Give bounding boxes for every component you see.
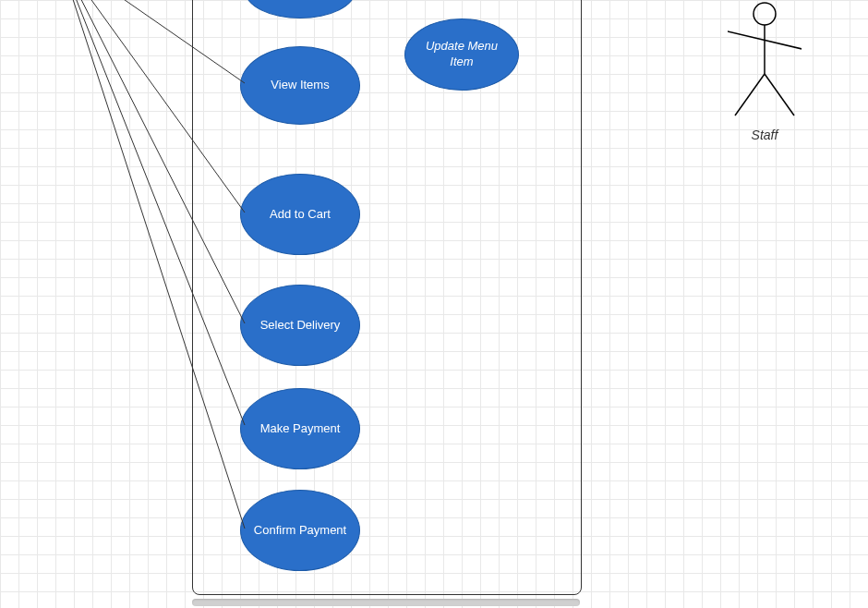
stick-figure-icon (728, 0, 802, 120)
use-case-confirm-payment[interactable]: Confirm Payment (240, 490, 360, 571)
use-case-label: Add to Cart (270, 207, 331, 223)
use-case-label: Update Menu Item (415, 39, 509, 70)
use-case-label: View Items (271, 78, 329, 93)
use-case-label: Make Payment (260, 421, 341, 437)
svg-point-0 (753, 3, 776, 25)
use-case-view-items[interactable]: View Items (240, 46, 360, 125)
use-case-make-payment[interactable]: Make Payment (240, 388, 360, 469)
use-case-label: Select Delivery (260, 318, 341, 334)
use-case-add-to-cart[interactable]: Add to Cart (240, 174, 360, 255)
use-case-label: Confirm Payment (254, 523, 346, 539)
actor-label: Staff (728, 128, 802, 142)
actor-staff[interactable]: Staff (728, 0, 802, 142)
horizontal-scrollbar[interactable] (192, 599, 580, 606)
svg-line-4 (765, 74, 794, 116)
svg-line-3 (735, 74, 765, 116)
use-case-update-menu-item[interactable]: Update Menu Item (404, 18, 519, 91)
diagram-canvas[interactable]: View Items Update Menu Item Add to Cart … (0, 0, 868, 608)
use-case-select-delivery[interactable]: Select Delivery (240, 285, 360, 366)
